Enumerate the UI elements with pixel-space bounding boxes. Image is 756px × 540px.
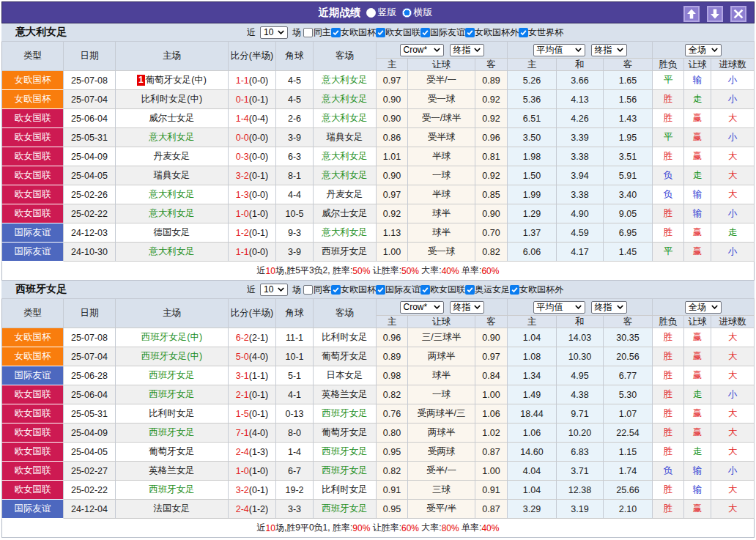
competition-label[interactable]: 女世界杯	[528, 26, 563, 39]
competition-label[interactable]: 国际友谊	[385, 284, 420, 296]
away-team-name: 葡萄牙女足	[322, 426, 368, 439]
home-team-name: 西班牙女足	[149, 484, 195, 496]
home-team-cell: 意大利女足	[116, 185, 229, 204]
competition-checkbox-国际友谊[interactable]	[420, 28, 430, 37]
radio-vertical-label[interactable]: 竖版	[378, 6, 397, 19]
scope-select[interactable]: 全场	[685, 44, 722, 56]
same-venue-checkbox[interactable]	[303, 28, 313, 37]
column-header: 类型	[1, 299, 64, 328]
competition-label[interactable]: 女欧国杯外	[475, 26, 519, 39]
type-badge: 女欧国杯	[1, 328, 64, 347]
home-team-name: 西班牙女足(中)	[141, 350, 202, 363]
full-score: 3-1	[236, 371, 249, 381]
average-select[interactable]: 平均值	[533, 301, 585, 314]
handicap-odds-cell: 1.00	[475, 462, 508, 481]
handicap-odds-cell: 0.89	[377, 347, 408, 366]
date-cell: 24-10-30	[64, 243, 116, 262]
summary-segment: 单率:	[459, 522, 482, 534]
summary-segment: 50%	[352, 266, 370, 276]
chevron-down-icon	[474, 48, 481, 52]
close-button[interactable]	[730, 6, 746, 22]
odds-time-select-2[interactable]: 终指	[591, 301, 627, 314]
average-select[interactable]: 平均值	[533, 44, 585, 56]
competition-label[interactable]: 奥运女足	[475, 284, 510, 296]
result-cell: 大	[711, 109, 755, 128]
competition-checkbox-女欧国杯外[interactable]	[510, 285, 519, 295]
score-cell: 7-1(4-0)	[229, 424, 276, 443]
same-venue-label[interactable]: 同主	[314, 26, 331, 39]
away-team-name: 意大利女足	[322, 74, 368, 86]
competition-checkbox-奥运女足[interactable]	[465, 285, 475, 295]
result-cell: 小	[711, 462, 755, 481]
away-team-name: 葡萄牙女足	[322, 350, 368, 363]
competition-label[interactable]: 女欧国杯	[341, 284, 376, 296]
recent-label: 近	[247, 284, 256, 296]
move-down-button[interactable]	[707, 6, 723, 22]
odds-time-select-2-value: 终指	[595, 301, 612, 314]
handicap-odds-cell: 0.90	[475, 328, 508, 347]
handicap-odds-cell: 0.82	[475, 243, 508, 262]
result-cell: 赢	[684, 223, 711, 243]
odds-time-select-1[interactable]: 终指	[450, 301, 484, 314]
competition-checkbox-女世界杯[interactable]	[519, 28, 528, 37]
half-score: (0-1)	[249, 409, 268, 419]
sub-column-header: 和	[557, 316, 604, 328]
arrow-up-icon	[686, 9, 697, 19]
half-score: (1-0)	[249, 466, 268, 476]
competition-checkbox-欧女国联[interactable]	[420, 285, 430, 295]
recent-count-select[interactable]: 10	[260, 26, 288, 39]
check-icon	[377, 286, 385, 294]
competition-label[interactable]: 女欧国杯外	[519, 284, 563, 296]
home-team-cell: 比利时女足	[116, 404, 229, 424]
handicap-odds-cell: 0.97	[377, 71, 408, 90]
handicap-odds-cell: 球半	[408, 223, 475, 243]
away-team-cell: 西班牙女足	[314, 243, 377, 262]
average-odds-cell: 1.04	[508, 481, 557, 500]
summary-segment: 场,胜5平3负2, 胜率:	[275, 265, 352, 277]
column-header: 日期	[64, 42, 116, 71]
odds-time-select-1[interactable]: 终指	[450, 44, 484, 56]
home-team-name: 比利时女足	[149, 407, 195, 420]
average-odds-cell: 22.54	[604, 424, 653, 443]
result-cell: 大	[711, 166, 755, 185]
home-team-cell: 英格兰女足	[116, 462, 229, 481]
same-venue-checkbox[interactable]	[303, 285, 313, 295]
radio-horizontal-layout[interactable]	[402, 8, 412, 18]
games-label: 场	[292, 26, 301, 39]
competition-label[interactable]: 女欧国杯	[341, 26, 376, 39]
result-cell: 负	[653, 462, 684, 481]
result-cell: 大	[711, 366, 755, 385]
full-score: 1-0	[236, 466, 249, 476]
average-odds-cell: 3.71	[557, 462, 604, 481]
recent-count-select[interactable]: 10	[260, 284, 288, 296]
competition-checkbox-女欧国杯外[interactable]	[465, 28, 475, 37]
handicap-odds-cell: 1.00	[377, 243, 408, 262]
competition-label[interactable]: 国际友谊	[430, 26, 465, 39]
same-venue-label[interactable]: 同客	[314, 284, 331, 296]
average-odds-cell: 4.17	[557, 243, 604, 262]
competition-checkbox-国际友谊[interactable]	[376, 285, 385, 295]
radio-vertical-layout[interactable]	[366, 8, 376, 18]
average-odds-cell: 3.38	[557, 147, 604, 166]
average-odds-cell: 4.90	[557, 204, 604, 223]
away-team-cell: 西班牙女足	[314, 500, 377, 519]
corner-cell: 19-2	[276, 481, 314, 500]
away-team-cell: 葡萄牙女足	[314, 424, 377, 443]
average-odds-cell: 6.06	[508, 243, 557, 262]
competition-label[interactable]: 欧女国联	[430, 284, 465, 296]
competition-label[interactable]: 欧女国联	[385, 26, 420, 39]
handicap-odds-cell: 三球	[408, 481, 475, 500]
competition-checkbox-女欧国杯[interactable]	[331, 28, 341, 37]
odds-source-select[interactable]: Crow*	[400, 44, 444, 56]
type-badge: 欧女国联	[1, 185, 64, 204]
competition-checkbox-女欧国杯[interactable]	[331, 285, 341, 295]
scope-select[interactable]: 全场	[685, 301, 722, 314]
competition-checkbox-欧女国联[interactable]	[376, 28, 385, 37]
away-team-name: 意大利女足	[322, 93, 368, 106]
radio-horizontal-label[interactable]: 横版	[414, 6, 433, 19]
handicap-odds-cell: 0.95	[377, 443, 408, 462]
odds-source-select[interactable]: Crow*	[400, 301, 444, 314]
move-up-button[interactable]	[683, 6, 700, 22]
odds-time-select-2[interactable]: 终指	[591, 44, 627, 56]
average-odds-cell: 3.38	[557, 185, 604, 204]
